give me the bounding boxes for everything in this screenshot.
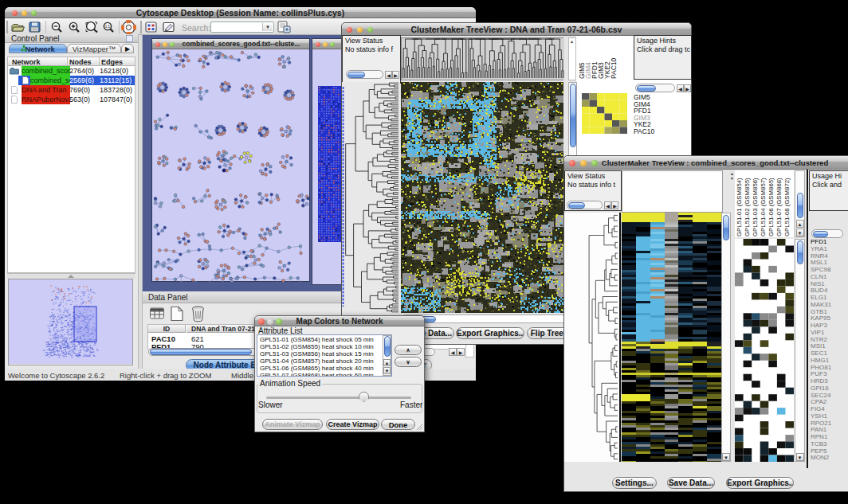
svg-text:GPL51-06 (GSM865): GPL51-06 (GSM865) (768, 178, 775, 236)
svg-text:PAC10: PAC10 (610, 57, 618, 79)
svg-text:GPL51-02 (GSM855): GPL51-02 (GSM855) (744, 178, 751, 236)
svg-text:1:1: 1:1 (105, 25, 111, 29)
svg-text:GPL51-08 (GSM872): GPL51-08 (GSM872) (783, 178, 791, 236)
svg-text:GPL51-07 (GSM868): GPL51-07 (GSM868) (775, 178, 783, 236)
svg-text:GPL51-03 (GSM856): GPL51-03 (GSM856) (752, 178, 759, 236)
svg-text:GPL51-04 (GSM857): GPL51-04 (GSM857) (760, 178, 767, 236)
svg-text:GPL51-01 (GSM854): GPL51-01 (GSM854) (736, 178, 743, 236)
